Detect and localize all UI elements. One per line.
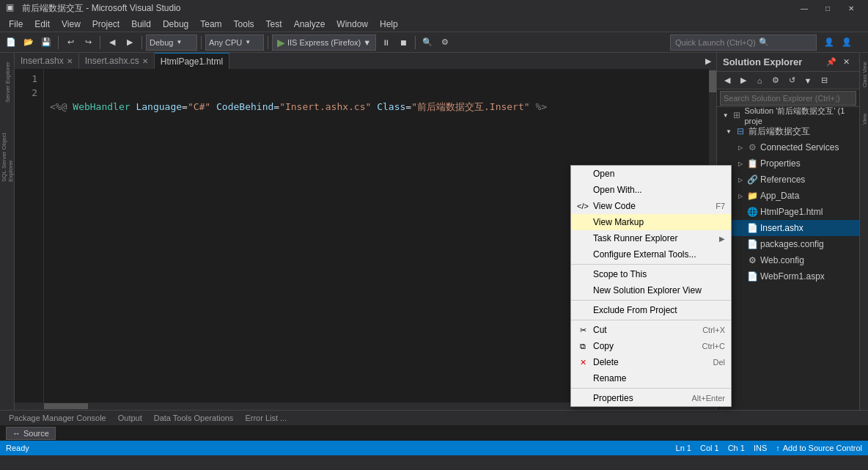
toolbar-redo[interactable]: ↪	[80, 34, 96, 51]
user-icon[interactable]: 👤	[821, 34, 837, 51]
se-settings-btn[interactable]: ⚙	[768, 73, 783, 88]
toolbar-open[interactable]: 📂	[21, 34, 37, 51]
se-app-data[interactable]: ▷ 📁 App_Data	[717, 188, 859, 204]
iis-dropdown-arrow: ▼	[363, 38, 371, 47]
menu-window[interactable]: Window	[331, 16, 374, 32]
menu-team[interactable]: Team	[194, 16, 227, 32]
tab-close-icon[interactable]: ✕	[67, 57, 73, 65]
iis-run-button[interactable]: ▶ IIS Express (Firefox) ▼	[272, 34, 376, 51]
menu-project[interactable]: Project	[87, 16, 125, 32]
close-button[interactable]: ✕	[840, 1, 862, 15]
server-explorer-icon[interactable]: Server Explorer	[0, 53, 15, 111]
se-htmlpage[interactable]: 🌐 HtmlPage1.html	[717, 204, 859, 220]
tab-data-tools[interactable]: Data Tools Operations	[148, 411, 240, 425]
h-scroll-thumb[interactable]	[44, 403, 88, 409]
ctx-sep1	[571, 264, 731, 265]
status-bar: Ready Ln 1 Col 1 Ch 1 INS ↑ Add to Sourc…	[0, 441, 868, 455]
se-refresh-btn[interactable]: ↺	[784, 73, 799, 88]
toolbar-extra1[interactable]: ⏸	[378, 34, 394, 51]
se-filter-btn[interactable]: ▼	[801, 73, 815, 88]
ctx-copy[interactable]: ⧉ Copy Ctrl+C	[571, 338, 731, 354]
cpu-dropdown[interactable]: Any CPU ▼	[205, 34, 264, 51]
class-view-icon[interactable]: Class View	[860, 53, 868, 97]
aspx-icon: 📄	[746, 271, 758, 282]
se-connected-services[interactable]: ▷ ⚙ Connected Services	[717, 139, 859, 155]
menu-file[interactable]: File	[3, 16, 29, 32]
se-home-btn[interactable]: ⌂	[752, 73, 767, 88]
quick-launch-input[interactable]: Quick Launch (Ctrl+Q) 🔍	[670, 34, 817, 51]
se-solution[interactable]: ▼ ⊞ Solution '前后端数据交互' (1 proje	[717, 107, 859, 123]
tab-htmlpage[interactable]: HtmlPage1.html	[155, 53, 229, 69]
se-fwd-btn[interactable]: ▶	[736, 73, 751, 88]
ctx-exclude[interactable]: Exclude From Project	[571, 302, 731, 318]
se-search-input[interactable]	[720, 91, 856, 106]
se-pin-btn[interactable]: 📌	[824, 55, 839, 70]
menu-analyze[interactable]: Analyze	[288, 16, 331, 32]
ctx-delete[interactable]: ✕ Delete Del	[571, 354, 731, 370]
se-project[interactable]: ▼ ⊟ 前后端数据交互	[717, 123, 859, 139]
status-ins: INS	[754, 444, 767, 452]
menu-view[interactable]: View	[56, 16, 87, 32]
view-icon[interactable]: View	[860, 97, 868, 141]
source-tab[interactable]: ↔ Source	[6, 427, 56, 440]
ctx-rename[interactable]: Rename	[571, 370, 731, 386]
scope-icon	[577, 268, 589, 280]
tab-scroll-right[interactable]: ▶	[700, 53, 716, 69]
ctx-properties[interactable]: Properties Alt+Enter	[571, 390, 731, 406]
toolbar-save[interactable]: 💾	[38, 34, 54, 51]
tab-error-list[interactable]: Error List ...	[239, 411, 293, 425]
tab-output[interactable]: Output	[112, 411, 148, 425]
se-packages[interactable]: 📄 packages.config	[717, 236, 859, 252]
menu-help[interactable]: Help	[374, 16, 404, 32]
toolbar-fwd[interactable]: ▶	[122, 34, 138, 51]
scroll-thumb[interactable]	[709, 70, 716, 92]
maximize-button[interactable]: □	[817, 1, 839, 15]
ctx-cut[interactable]: ✂ Cut Ctrl+X	[571, 322, 731, 338]
tab-insert-ashx-cs[interactable]: Insert.ashx.cs ✕	[79, 53, 155, 69]
menu-build[interactable]: Build	[125, 16, 157, 32]
ctx-new-view[interactable]: New Solution Explorer View	[571, 282, 731, 298]
toolbar-extra4[interactable]: ⚙	[437, 34, 453, 51]
toolbar-undo[interactable]: ↩	[62, 34, 78, 51]
se-properties[interactable]: ▷ 📋 Properties	[717, 155, 859, 172]
debug-mode-dropdown[interactable]: Debug ▼	[146, 34, 197, 51]
status-add-source[interactable]: ↑ Add to Source Control	[776, 444, 862, 452]
se-solution-label: Solution '前后端数据交互' (1 proje	[744, 107, 859, 125]
source-up-icon: ↑	[776, 444, 780, 452]
menu-tools[interactable]: Tools	[228, 16, 260, 32]
ctx-task-runner[interactable]: Task Runner Explorer ▶	[571, 230, 731, 246]
toolbar-extra2[interactable]: ⏹	[395, 34, 411, 51]
se-close-btn[interactable]: ✕	[839, 55, 853, 70]
se-back-btn[interactable]: ◀	[720, 73, 735, 88]
sql-explorer-icon[interactable]: SQL Server Object Explorer	[0, 111, 15, 185]
ctx-view-markup[interactable]: View Markup	[571, 214, 731, 230]
se-properties-label: Properties	[760, 158, 801, 169]
toolbar-extra3[interactable]: 🔍	[419, 34, 435, 51]
se-insert-ashx[interactable]: 📄 Insert.ashx	[717, 220, 859, 236]
se-webconfig[interactable]: ⚙ Web.config	[717, 252, 859, 268]
tab-close2-icon[interactable]: ✕	[142, 57, 148, 65]
cut-icon: ✂	[577, 324, 589, 336]
menu-test[interactable]: Test	[260, 16, 288, 32]
ctx-configure[interactable]: Configure External Tools...	[571, 246, 731, 262]
references-icon: 🔗	[746, 174, 758, 186]
menu-debug[interactable]: Debug	[157, 16, 194, 32]
tab-package-manager[interactable]: Package Manager Console	[3, 411, 112, 425]
tab-insert-ashx[interactable]: Insert.ashx ✕	[15, 53, 79, 69]
se-collapse-btn[interactable]: ⊟	[817, 73, 831, 88]
se-search-box[interactable]	[717, 89, 859, 107]
menu-edit[interactable]: Edit	[29, 16, 56, 32]
ctx-open-with[interactable]: Open With...	[571, 182, 731, 198]
minimize-button[interactable]: —	[793, 1, 815, 15]
expand-icon: ▷	[735, 158, 746, 169]
ctx-open[interactable]: Open	[571, 166, 731, 182]
ctx-scope[interactable]: Scope to This	[571, 266, 731, 282]
toolbar-back[interactable]: ◀	[104, 34, 120, 51]
ctx-view-code[interactable]: </> View Code F7	[571, 198, 731, 214]
se-insert-label: Insert.ashx	[760, 223, 803, 233]
toolbar-new[interactable]: 📄	[3, 34, 19, 51]
se-webform[interactable]: 📄 WebForm1.aspx	[717, 268, 859, 284]
user2-icon[interactable]: 👤	[839, 34, 855, 51]
context-menu: Open Open With... </> View Code F7 View …	[570, 165, 732, 407]
se-references[interactable]: ▷ 🔗 References	[717, 172, 859, 188]
